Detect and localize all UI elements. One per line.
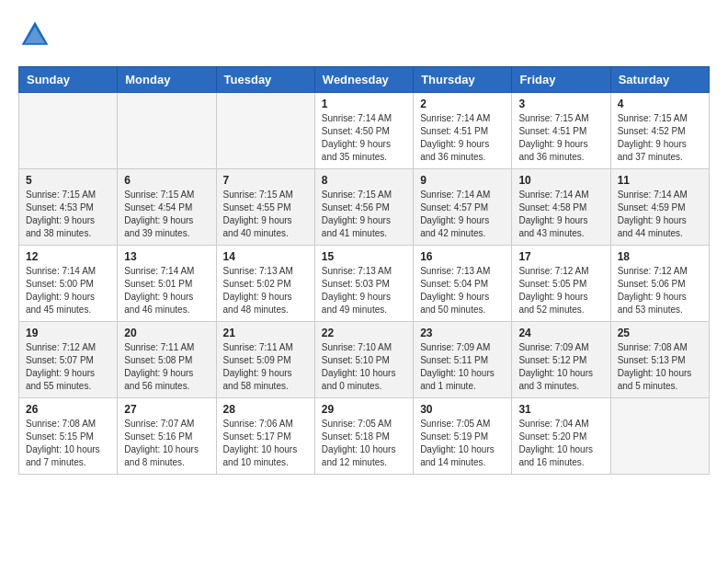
day-number: 17 [518, 250, 603, 263]
column-header-sunday: Sunday [19, 67, 118, 93]
calendar-week-row: 26Sunrise: 7:08 AM Sunset: 5:15 PM Dayli… [19, 398, 710, 475]
day-info: Sunrise: 7:05 AM Sunset: 5:19 PM Dayligh… [420, 418, 505, 469]
day-info: Sunrise: 7:14 AM Sunset: 5:01 PM Dayligh… [124, 265, 209, 316]
calendar-cell: 16Sunrise: 7:13 AM Sunset: 5:04 PM Dayli… [414, 246, 512, 322]
column-header-wednesday: Wednesday [314, 67, 413, 93]
calendar-cell: 25Sunrise: 7:08 AM Sunset: 5:13 PM Dayli… [610, 322, 709, 398]
day-number: 16 [420, 250, 505, 263]
calendar-cell: 22Sunrise: 7:10 AM Sunset: 5:10 PM Dayli… [314, 322, 413, 398]
calendar-cell: 23Sunrise: 7:09 AM Sunset: 5:11 PM Dayli… [414, 322, 512, 398]
calendar-cell [610, 398, 709, 475]
day-number: 11 [618, 174, 702, 187]
calendar-cell: 7Sunrise: 7:15 AM Sunset: 4:55 PM Daylig… [216, 169, 314, 246]
calendar-cell: 31Sunrise: 7:04 AM Sunset: 5:20 PM Dayli… [512, 398, 610, 475]
day-number: 19 [26, 327, 110, 339]
column-header-thursday: Thursday [414, 67, 512, 93]
calendar-cell: 1Sunrise: 7:14 AM Sunset: 4:50 PM Daylig… [314, 93, 413, 169]
calendar-cell: 18Sunrise: 7:12 AM Sunset: 5:06 PM Dayli… [610, 246, 709, 322]
day-info: Sunrise: 7:11 AM Sunset: 5:09 PM Dayligh… [223, 341, 308, 393]
calendar-cell [216, 93, 314, 169]
calendar-cell: 21Sunrise: 7:11 AM Sunset: 5:09 PM Dayli… [216, 322, 314, 398]
day-info: Sunrise: 7:13 AM Sunset: 5:02 PM Dayligh… [223, 265, 308, 316]
column-header-monday: Monday [118, 67, 216, 93]
calendar-cell: 20Sunrise: 7:11 AM Sunset: 5:08 PM Dayli… [118, 322, 216, 398]
day-number: 13 [124, 250, 209, 263]
day-info: Sunrise: 7:12 AM Sunset: 5:05 PM Dayligh… [518, 265, 603, 316]
page-header [18, 18, 710, 52]
logo-icon [18, 18, 51, 52]
day-number: 1 [322, 98, 406, 110]
calendar-cell: 8Sunrise: 7:15 AM Sunset: 4:56 PM Daylig… [314, 169, 413, 246]
day-info: Sunrise: 7:13 AM Sunset: 5:04 PM Dayligh… [420, 265, 505, 316]
day-info: Sunrise: 7:06 AM Sunset: 5:17 PM Dayligh… [223, 418, 308, 469]
day-info: Sunrise: 7:15 AM Sunset: 4:54 PM Dayligh… [124, 189, 209, 240]
day-number: 25 [618, 327, 702, 339]
day-number: 2 [420, 98, 505, 110]
day-info: Sunrise: 7:14 AM Sunset: 4:58 PM Dayligh… [518, 189, 603, 240]
column-header-tuesday: Tuesday [216, 67, 314, 93]
day-number: 12 [26, 250, 110, 263]
calendar-cell: 27Sunrise: 7:07 AM Sunset: 5:16 PM Dayli… [118, 398, 216, 475]
day-info: Sunrise: 7:05 AM Sunset: 5:18 PM Dayligh… [322, 418, 406, 469]
calendar-cell: 13Sunrise: 7:14 AM Sunset: 5:01 PM Dayli… [118, 246, 216, 322]
day-number: 22 [322, 327, 406, 339]
day-number: 4 [618, 98, 702, 110]
day-info: Sunrise: 7:15 AM Sunset: 4:52 PM Dayligh… [618, 112, 702, 164]
day-number: 18 [618, 250, 702, 263]
day-info: Sunrise: 7:09 AM Sunset: 5:12 PM Dayligh… [518, 341, 603, 393]
calendar-week-row: 1Sunrise: 7:14 AM Sunset: 4:50 PM Daylig… [19, 93, 710, 169]
day-info: Sunrise: 7:07 AM Sunset: 5:16 PM Dayligh… [124, 418, 209, 469]
day-info: Sunrise: 7:14 AM Sunset: 4:50 PM Dayligh… [322, 112, 406, 164]
day-info: Sunrise: 7:15 AM Sunset: 4:56 PM Dayligh… [322, 189, 406, 240]
day-number: 6 [124, 174, 209, 187]
day-number: 10 [518, 174, 603, 187]
day-info: Sunrise: 7:15 AM Sunset: 4:51 PM Dayligh… [518, 112, 603, 164]
calendar-cell [118, 93, 216, 169]
day-number: 5 [26, 174, 110, 187]
calendar-cell: 29Sunrise: 7:05 AM Sunset: 5:18 PM Dayli… [314, 398, 413, 475]
calendar-cell: 19Sunrise: 7:12 AM Sunset: 5:07 PM Dayli… [19, 322, 118, 398]
calendar-cell: 10Sunrise: 7:14 AM Sunset: 4:58 PM Dayli… [512, 169, 610, 246]
calendar-week-row: 19Sunrise: 7:12 AM Sunset: 5:07 PM Dayli… [19, 322, 710, 398]
column-header-friday: Friday [512, 67, 610, 93]
day-number: 26 [26, 403, 110, 416]
calendar-cell: 12Sunrise: 7:14 AM Sunset: 5:00 PM Dayli… [19, 246, 118, 322]
calendar-cell: 30Sunrise: 7:05 AM Sunset: 5:19 PM Dayli… [414, 398, 512, 475]
day-info: Sunrise: 7:04 AM Sunset: 5:20 PM Dayligh… [518, 418, 603, 469]
calendar-cell: 11Sunrise: 7:14 AM Sunset: 4:59 PM Dayli… [610, 169, 709, 246]
calendar-cell: 6Sunrise: 7:15 AM Sunset: 4:54 PM Daylig… [118, 169, 216, 246]
calendar-cell: 2Sunrise: 7:14 AM Sunset: 4:51 PM Daylig… [414, 93, 512, 169]
day-number: 7 [223, 174, 308, 187]
day-number: 8 [322, 174, 406, 187]
day-info: Sunrise: 7:09 AM Sunset: 5:11 PM Dayligh… [420, 341, 505, 393]
day-number: 27 [124, 403, 209, 416]
day-number: 31 [518, 403, 603, 416]
calendar-cell: 14Sunrise: 7:13 AM Sunset: 5:02 PM Dayli… [216, 246, 314, 322]
calendar-cell: 9Sunrise: 7:14 AM Sunset: 4:57 PM Daylig… [414, 169, 512, 246]
day-info: Sunrise: 7:14 AM Sunset: 5:00 PM Dayligh… [26, 265, 110, 316]
day-info: Sunrise: 7:13 AM Sunset: 5:03 PM Dayligh… [322, 265, 406, 316]
day-number: 29 [322, 403, 406, 416]
calendar-cell: 26Sunrise: 7:08 AM Sunset: 5:15 PM Dayli… [19, 398, 118, 475]
day-info: Sunrise: 7:15 AM Sunset: 4:55 PM Dayligh… [223, 189, 308, 240]
day-number: 14 [223, 250, 308, 263]
day-number: 21 [223, 327, 308, 339]
calendar-cell: 17Sunrise: 7:12 AM Sunset: 5:05 PM Dayli… [512, 246, 610, 322]
day-info: Sunrise: 7:15 AM Sunset: 4:53 PM Dayligh… [26, 189, 110, 240]
day-info: Sunrise: 7:08 AM Sunset: 5:13 PM Dayligh… [618, 341, 702, 393]
day-info: Sunrise: 7:14 AM Sunset: 4:59 PM Dayligh… [618, 189, 702, 240]
logo [18, 18, 57, 52]
calendar-week-row: 12Sunrise: 7:14 AM Sunset: 5:00 PM Dayli… [19, 246, 710, 322]
day-info: Sunrise: 7:14 AM Sunset: 4:51 PM Dayligh… [420, 112, 505, 164]
day-number: 3 [518, 98, 603, 110]
calendar-header-row: SundayMondayTuesdayWednesdayThursdayFrid… [19, 67, 710, 93]
day-number: 23 [420, 327, 505, 339]
day-info: Sunrise: 7:12 AM Sunset: 5:07 PM Dayligh… [26, 341, 110, 393]
day-info: Sunrise: 7:11 AM Sunset: 5:08 PM Dayligh… [124, 341, 209, 393]
day-info: Sunrise: 7:10 AM Sunset: 5:10 PM Dayligh… [322, 341, 406, 393]
calendar-week-row: 5Sunrise: 7:15 AM Sunset: 4:53 PM Daylig… [19, 169, 710, 246]
day-info: Sunrise: 7:08 AM Sunset: 5:15 PM Dayligh… [26, 418, 110, 469]
calendar-cell [19, 93, 118, 169]
day-number: 20 [124, 327, 209, 339]
day-number: 28 [223, 403, 308, 416]
